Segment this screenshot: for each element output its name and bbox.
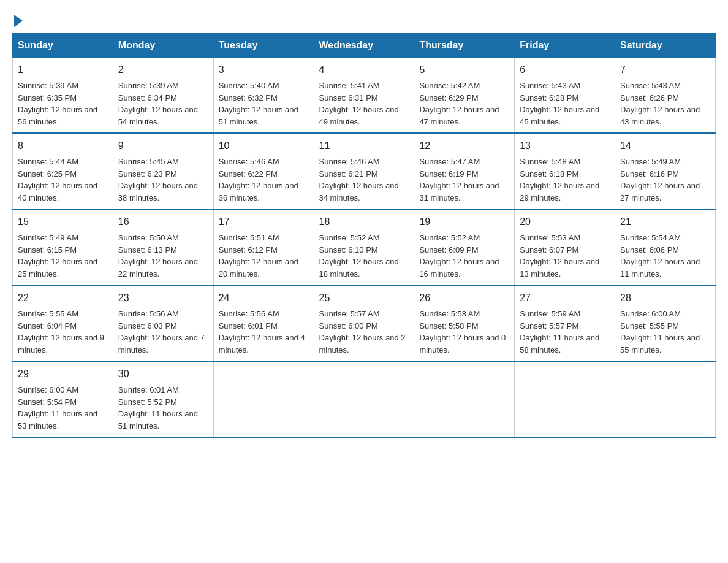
page-header xyxy=(12,12,716,27)
calendar-day-cell: 13Sunrise: 5:48 AMSunset: 6:18 PMDayligh… xyxy=(515,133,615,209)
day-number: 15 xyxy=(18,215,108,229)
day-number: 5 xyxy=(419,63,509,77)
day-number: 14 xyxy=(620,139,710,153)
calendar-day-cell: 25Sunrise: 5:57 AMSunset: 6:00 PMDayligh… xyxy=(314,285,414,361)
calendar-day-cell: 11Sunrise: 5:46 AMSunset: 6:21 PMDayligh… xyxy=(314,133,414,209)
empty-cell xyxy=(515,361,615,437)
calendar-week-row: 1Sunrise: 5:39 AMSunset: 6:35 PMDaylight… xyxy=(13,58,716,134)
column-header-sunday: Sunday xyxy=(13,34,113,58)
day-info: Sunrise: 6:00 AMSunset: 5:54 PMDaylight:… xyxy=(18,384,108,432)
day-number: 12 xyxy=(419,139,509,153)
calendar-day-cell: 3Sunrise: 5:40 AMSunset: 6:32 PMDaylight… xyxy=(213,58,314,134)
day-number: 30 xyxy=(118,367,208,381)
day-info: Sunrise: 5:40 AMSunset: 6:32 PMDaylight:… xyxy=(219,80,309,128)
calendar-day-cell: 2Sunrise: 5:39 AMSunset: 6:34 PMDaylight… xyxy=(113,58,213,134)
calendar-header-row: SundayMondayTuesdayWednesdayThursdayFrid… xyxy=(13,34,716,58)
day-number: 4 xyxy=(319,63,409,77)
calendar-day-cell: 26Sunrise: 5:58 AMSunset: 5:58 PMDayligh… xyxy=(414,285,515,361)
calendar-table: SundayMondayTuesdayWednesdayThursdayFrid… xyxy=(12,33,716,438)
calendar-day-cell: 12Sunrise: 5:47 AMSunset: 6:19 PMDayligh… xyxy=(414,133,515,209)
day-number: 3 xyxy=(219,63,309,77)
calendar-day-cell: 16Sunrise: 5:50 AMSunset: 6:13 PMDayligh… xyxy=(113,209,213,285)
day-info: Sunrise: 5:54 AMSunset: 6:06 PMDaylight:… xyxy=(620,232,710,280)
calendar-day-cell: 6Sunrise: 5:43 AMSunset: 6:28 PMDaylight… xyxy=(515,58,615,134)
day-info: Sunrise: 5:39 AMSunset: 6:34 PMDaylight:… xyxy=(118,80,208,128)
day-info: Sunrise: 5:51 AMSunset: 6:12 PMDaylight:… xyxy=(219,232,309,280)
day-number: 19 xyxy=(419,215,509,229)
day-number: 27 xyxy=(520,291,610,305)
day-number: 26 xyxy=(419,291,509,305)
day-info: Sunrise: 5:57 AMSunset: 6:00 PMDaylight:… xyxy=(319,308,409,356)
day-number: 11 xyxy=(319,139,409,153)
column-header-tuesday: Tuesday xyxy=(213,34,314,58)
day-info: Sunrise: 5:42 AMSunset: 6:29 PMDaylight:… xyxy=(419,80,509,128)
calendar-day-cell: 29Sunrise: 6:00 AMSunset: 5:54 PMDayligh… xyxy=(13,361,113,437)
day-info: Sunrise: 5:47 AMSunset: 6:19 PMDaylight:… xyxy=(419,156,509,204)
day-number: 1 xyxy=(18,63,108,77)
day-number: 29 xyxy=(18,367,108,381)
calendar-day-cell: 27Sunrise: 5:59 AMSunset: 5:57 PMDayligh… xyxy=(515,285,615,361)
day-info: Sunrise: 5:46 AMSunset: 6:21 PMDaylight:… xyxy=(319,156,409,204)
calendar-day-cell: 1Sunrise: 5:39 AMSunset: 6:35 PMDaylight… xyxy=(13,58,113,134)
day-info: Sunrise: 5:48 AMSunset: 6:18 PMDaylight:… xyxy=(520,156,610,204)
day-number: 28 xyxy=(620,291,710,305)
day-info: Sunrise: 5:56 AMSunset: 6:03 PMDaylight:… xyxy=(118,308,208,356)
calendar-day-cell: 8Sunrise: 5:44 AMSunset: 6:25 PMDaylight… xyxy=(13,133,113,209)
calendar-day-cell: 21Sunrise: 5:54 AMSunset: 6:06 PMDayligh… xyxy=(615,209,716,285)
calendar-day-cell: 19Sunrise: 5:52 AMSunset: 6:09 PMDayligh… xyxy=(414,209,515,285)
day-number: 8 xyxy=(18,139,108,153)
day-info: Sunrise: 5:41 AMSunset: 6:31 PMDaylight:… xyxy=(319,80,409,128)
calendar-day-cell: 5Sunrise: 5:42 AMSunset: 6:29 PMDaylight… xyxy=(414,58,515,134)
calendar-day-cell: 10Sunrise: 5:46 AMSunset: 6:22 PMDayligh… xyxy=(213,133,314,209)
calendar-week-row: 15Sunrise: 5:49 AMSunset: 6:15 PMDayligh… xyxy=(13,209,716,285)
empty-cell xyxy=(615,361,716,437)
day-info: Sunrise: 5:44 AMSunset: 6:25 PMDaylight:… xyxy=(18,156,108,204)
logo-arrow-icon xyxy=(14,15,23,27)
calendar-day-cell: 24Sunrise: 5:56 AMSunset: 6:01 PMDayligh… xyxy=(213,285,314,361)
day-info: Sunrise: 5:56 AMSunset: 6:01 PMDaylight:… xyxy=(219,308,309,356)
logo xyxy=(12,12,23,27)
column-header-friday: Friday xyxy=(515,34,615,58)
empty-cell xyxy=(314,361,414,437)
day-number: 22 xyxy=(18,291,108,305)
day-number: 10 xyxy=(219,139,309,153)
calendar-day-cell: 28Sunrise: 6:00 AMSunset: 5:55 PMDayligh… xyxy=(615,285,716,361)
calendar-day-cell: 14Sunrise: 5:49 AMSunset: 6:16 PMDayligh… xyxy=(615,133,716,209)
calendar-week-row: 22Sunrise: 5:55 AMSunset: 6:04 PMDayligh… xyxy=(13,285,716,361)
column-header-wednesday: Wednesday xyxy=(314,34,414,58)
day-info: Sunrise: 5:39 AMSunset: 6:35 PMDaylight:… xyxy=(18,80,108,128)
day-number: 20 xyxy=(520,215,610,229)
calendar-day-cell: 9Sunrise: 5:45 AMSunset: 6:23 PMDaylight… xyxy=(113,133,213,209)
day-info: Sunrise: 6:00 AMSunset: 5:55 PMDaylight:… xyxy=(620,308,710,356)
calendar-week-row: 8Sunrise: 5:44 AMSunset: 6:25 PMDaylight… xyxy=(13,133,716,209)
calendar-day-cell: 20Sunrise: 5:53 AMSunset: 6:07 PMDayligh… xyxy=(515,209,615,285)
day-info: Sunrise: 5:52 AMSunset: 6:10 PMDaylight:… xyxy=(319,232,409,280)
day-number: 9 xyxy=(118,139,208,153)
calendar-day-cell: 22Sunrise: 5:55 AMSunset: 6:04 PMDayligh… xyxy=(13,285,113,361)
day-info: Sunrise: 5:52 AMSunset: 6:09 PMDaylight:… xyxy=(419,232,509,280)
day-info: Sunrise: 5:59 AMSunset: 5:57 PMDaylight:… xyxy=(520,308,610,356)
column-header-monday: Monday xyxy=(113,34,213,58)
calendar-day-cell: 30Sunrise: 6:01 AMSunset: 5:52 PMDayligh… xyxy=(113,361,213,437)
day-number: 16 xyxy=(118,215,208,229)
day-number: 13 xyxy=(520,139,610,153)
day-info: Sunrise: 5:58 AMSunset: 5:58 PMDaylight:… xyxy=(419,308,509,356)
day-number: 17 xyxy=(219,215,309,229)
empty-cell xyxy=(213,361,314,437)
day-info: Sunrise: 5:49 AMSunset: 6:16 PMDaylight:… xyxy=(620,156,710,204)
day-number: 24 xyxy=(219,291,309,305)
calendar-day-cell: 4Sunrise: 5:41 AMSunset: 6:31 PMDaylight… xyxy=(314,58,414,134)
day-info: Sunrise: 5:43 AMSunset: 6:28 PMDaylight:… xyxy=(520,80,610,128)
column-header-saturday: Saturday xyxy=(615,34,716,58)
day-number: 23 xyxy=(118,291,208,305)
day-info: Sunrise: 5:45 AMSunset: 6:23 PMDaylight:… xyxy=(118,156,208,204)
day-info: Sunrise: 5:53 AMSunset: 6:07 PMDaylight:… xyxy=(520,232,610,280)
day-info: Sunrise: 5:50 AMSunset: 6:13 PMDaylight:… xyxy=(118,232,208,280)
day-info: Sunrise: 5:46 AMSunset: 6:22 PMDaylight:… xyxy=(219,156,309,204)
day-number: 21 xyxy=(620,215,710,229)
day-info: Sunrise: 5:49 AMSunset: 6:15 PMDaylight:… xyxy=(18,232,108,280)
day-number: 25 xyxy=(319,291,409,305)
calendar-day-cell: 17Sunrise: 5:51 AMSunset: 6:12 PMDayligh… xyxy=(213,209,314,285)
calendar-day-cell: 18Sunrise: 5:52 AMSunset: 6:10 PMDayligh… xyxy=(314,209,414,285)
day-info: Sunrise: 5:43 AMSunset: 6:26 PMDaylight:… xyxy=(620,80,710,128)
